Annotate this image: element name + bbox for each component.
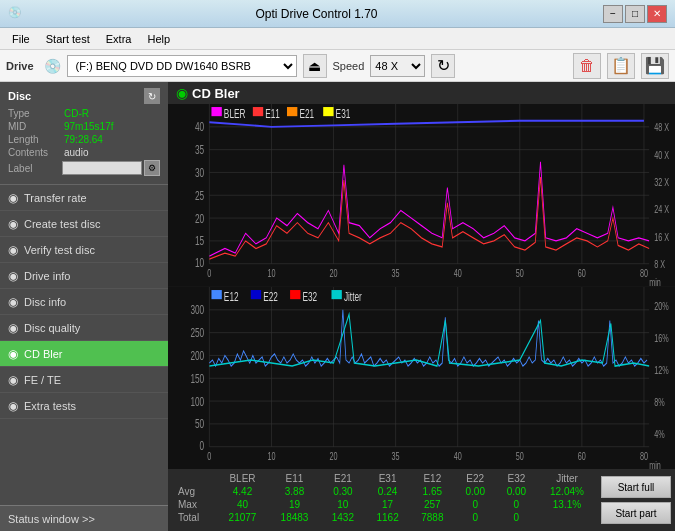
nav-label-verify-test-disc: Verify test disc (24, 244, 95, 256)
total-e31: 1162 (365, 511, 410, 524)
sidebar-item-verify-test-disc[interactable]: ◉ Verify test disc (0, 237, 168, 263)
transfer-rate-icon: ◉ (8, 191, 18, 205)
svg-text:25: 25 (195, 189, 204, 202)
sidebar-item-disc-info[interactable]: ◉ Disc info (0, 289, 168, 315)
sidebar-item-fe-te[interactable]: ◉ FE / TE (0, 367, 168, 393)
svg-text:80: 80 (640, 451, 648, 463)
erase-button[interactable]: 🗑 (573, 53, 601, 79)
col-e12: E12 (410, 472, 455, 485)
drive-info-icon: ◉ (8, 269, 18, 283)
svg-text:200: 200 (190, 349, 204, 362)
svg-text:100: 100 (190, 395, 204, 408)
svg-text:20: 20 (330, 451, 338, 463)
minimize-button[interactable]: − (603, 5, 623, 23)
total-e12: 7888 (410, 511, 455, 524)
save-button[interactable]: 💾 (641, 53, 669, 79)
title-text: Opti Drive Control 1.70 (30, 7, 603, 21)
nav-label-fe-te: FE / TE (24, 374, 61, 386)
sidebar-item-create-test-disc[interactable]: ◉ Create test disc (0, 211, 168, 237)
svg-text:4%: 4% (654, 428, 664, 440)
disc-refresh-button[interactable]: ↻ (144, 88, 160, 104)
max-bler: 40 (217, 498, 269, 511)
svg-text:10: 10 (267, 268, 275, 280)
nav-items: ◉ Transfer rate ◉ Create test disc ◉ Ver… (0, 185, 168, 505)
speed-select[interactable]: 48 X (370, 55, 425, 77)
copy-button[interactable]: 📋 (607, 53, 635, 79)
sidebar-item-drive-info[interactable]: ◉ Drive info (0, 263, 168, 289)
svg-text:35: 35 (392, 451, 400, 463)
start-full-button[interactable]: Start full (601, 476, 671, 498)
menu-extra[interactable]: Extra (98, 31, 140, 47)
total-e21: 1432 (321, 511, 366, 524)
svg-text:40: 40 (195, 121, 204, 134)
svg-text:50: 50 (516, 451, 524, 463)
col-e22: E22 (455, 472, 496, 485)
nav-label-drive-info: Drive info (24, 270, 70, 282)
menu-file[interactable]: File (4, 31, 38, 47)
sidebar-item-extra-tests[interactable]: ◉ Extra tests (0, 393, 168, 419)
total-e22: 0 (455, 511, 496, 524)
col-e11: E11 (269, 472, 321, 485)
drive-icon: 💿 (44, 58, 61, 74)
menu-start-test[interactable]: Start test (38, 31, 98, 47)
max-e12: 257 (410, 498, 455, 511)
disc-label-input[interactable] (62, 161, 142, 175)
max-jitter: 13.1% (537, 498, 597, 511)
sidebar: Disc ↻ Type CD-R MID 97m15s17f Length 79… (0, 82, 168, 531)
max-e11: 19 (269, 498, 321, 511)
svg-text:20: 20 (330, 268, 338, 280)
maximize-button[interactable]: □ (625, 5, 645, 23)
disc-mid-label: MID (8, 121, 64, 132)
menu-help[interactable]: Help (139, 31, 178, 47)
avg-label: Avg (168, 485, 217, 498)
svg-text:35: 35 (392, 268, 400, 280)
cd-bler-title-icon: ◉ (176, 85, 188, 101)
disc-label-label: Label (8, 163, 62, 174)
refresh-button[interactable]: ↻ (431, 54, 455, 78)
sidebar-item-transfer-rate[interactable]: ◉ Transfer rate (0, 185, 168, 211)
eject-button[interactable]: ⏏ (303, 54, 327, 78)
status-window-button[interactable]: Status window >> (0, 505, 168, 531)
svg-text:8%: 8% (654, 396, 664, 408)
svg-rect-89 (331, 290, 341, 299)
svg-text:16%: 16% (654, 332, 668, 344)
svg-text:E32: E32 (303, 290, 318, 303)
disc-type-value: CD-R (64, 108, 89, 119)
disc-info-icon: ◉ (8, 295, 18, 309)
svg-text:10: 10 (195, 256, 204, 269)
sidebar-item-cd-bler[interactable]: ◉ CD Bler (0, 341, 168, 367)
nav-label-transfer-rate: Transfer rate (24, 192, 87, 204)
stats-row: BLER E11 E21 E31 E12 E22 E32 Jitter (168, 472, 675, 528)
svg-rect-42 (287, 107, 297, 116)
avg-e21: 0.30 (321, 485, 366, 498)
menu-bar: File Start test Extra Help (0, 28, 675, 50)
svg-rect-40 (253, 107, 263, 116)
close-button[interactable]: ✕ (647, 5, 667, 23)
avg-e11: 3.88 (269, 485, 321, 498)
total-bler: 21077 (217, 511, 269, 524)
svg-text:min: min (649, 277, 661, 286)
avg-e22: 0.00 (455, 485, 496, 498)
total-e11: 18483 (269, 511, 321, 524)
col-e21: E21 (321, 472, 366, 485)
sidebar-item-disc-quality[interactable]: ◉ Disc quality (0, 315, 168, 341)
nav-label-disc-quality: Disc quality (24, 322, 80, 334)
avg-jitter: 12.04% (537, 485, 597, 498)
status-window-label: Status window >> (8, 513, 95, 525)
svg-text:60: 60 (578, 268, 586, 280)
avg-e12: 1.65 (410, 485, 455, 498)
svg-text:60: 60 (578, 451, 586, 463)
disc-label-settings-button[interactable]: ⚙ (144, 160, 160, 176)
svg-text:0: 0 (200, 439, 205, 452)
drive-select[interactable]: (F:) BENQ DVD DD DW1640 BSRB (67, 55, 297, 77)
disc-contents-label: Contents (8, 147, 64, 158)
svg-rect-44 (323, 107, 333, 116)
chart-title-text: CD Bler (192, 86, 240, 101)
window-controls: − □ ✕ (603, 5, 667, 23)
avg-e31: 0.24 (365, 485, 410, 498)
start-part-button[interactable]: Start part (601, 502, 671, 524)
svg-text:30: 30 (195, 166, 204, 179)
avg-e32: 0.00 (496, 485, 537, 498)
stats-avg-row: Avg 4.42 3.88 0.30 0.24 1.65 0.00 0.00 1… (168, 485, 597, 498)
extra-tests-icon: ◉ (8, 399, 18, 413)
